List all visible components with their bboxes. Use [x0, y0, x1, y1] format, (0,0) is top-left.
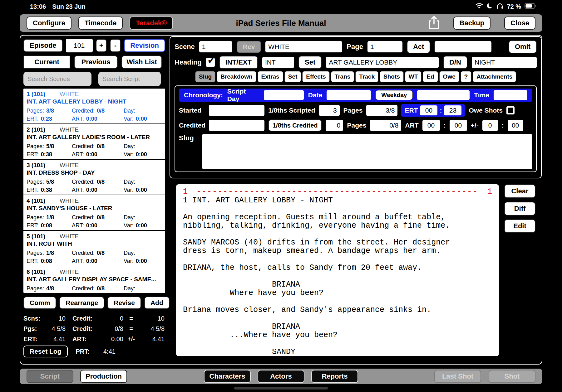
scene-list-item[interactable]: 4 (101) WHITE INT. SANDY'S HOUSE - LATER…: [23, 195, 165, 231]
status-bar: 13:06 Sun 23 Jun 72 %: [0, 0, 562, 12]
revise-button[interactable]: Revise: [107, 297, 141, 309]
last-shot-button[interactable]: Last Shot: [434, 370, 481, 383]
tab-effects[interactable]: Effects: [302, 71, 329, 82]
set-input[interactable]: [326, 57, 439, 68]
tab-slug[interactable]: Slug: [195, 71, 215, 82]
art-minutes-input[interactable]: [450, 120, 467, 131]
act-input[interactable]: [435, 41, 491, 52]
scene-slugline: INT. ART GALLERY LOBBY - NIGHT: [27, 98, 162, 107]
tab-trans[interactable]: Trans: [331, 71, 354, 82]
time-input[interactable]: [494, 90, 527, 100]
tab-attachments[interactable]: Attachments: [473, 71, 516, 82]
scene-list: 1 (101) WHITE INT. ART GALLERY LOBBY - N…: [23, 89, 165, 293]
eighths-scripted-input[interactable]: [319, 105, 340, 116]
variance-hours-input[interactable]: [482, 120, 498, 131]
close-button[interactable]: Close: [504, 17, 535, 30]
search-script-input[interactable]: [98, 72, 161, 86]
credited-input[interactable]: [209, 120, 264, 131]
ert-minutes-input[interactable]: [444, 105, 461, 115]
tab-track[interactable]: Track: [355, 71, 378, 82]
started-input[interactable]: [209, 105, 264, 116]
scene-list-item[interactable]: 6 (101) WHITE INT. ART GALLERY DISPLAY S…: [23, 266, 165, 293]
eighths-credited-input[interactable]: [326, 120, 343, 131]
int-ext-button[interactable]: INT/EXT: [219, 56, 258, 69]
scene-list-item[interactable]: 1 (101) WHITE INT. ART GALLERY LOBBY - N…: [23, 89, 165, 124]
page-number-input[interactable]: [367, 41, 402, 52]
characters-nav-button[interactable]: Characters: [204, 370, 251, 383]
heading-checkbox[interactable]: ✓: [206, 58, 215, 67]
add-button[interactable]: Add: [144, 297, 170, 309]
edit-button[interactable]: Edit: [504, 219, 535, 233]
revision-color-input[interactable]: [265, 41, 342, 52]
reset-log-button[interactable]: Reset Log: [23, 346, 68, 357]
episode-number-input[interactable]: [66, 39, 93, 52]
clear-button[interactable]: Clear: [504, 184, 535, 198]
episode-plus-button[interactable]: +: [96, 39, 107, 52]
bottom-toolbar: Script Production Characters Actors Repo…: [20, 369, 542, 384]
art-label: ART: [405, 122, 418, 129]
scene-list-item[interactable]: 2 (101) WHITE INT. ART GALLERY LADIE'S R…: [23, 124, 165, 160]
tab-wt[interactable]: WT: [405, 71, 422, 82]
script-nav-button[interactable]: Script: [27, 370, 73, 383]
actors-nav-button[interactable]: Actors: [258, 370, 304, 383]
tab-current[interactable]: Current: [23, 56, 70, 69]
art-hours-input[interactable]: [422, 120, 440, 131]
set-button[interactable]: Set: [298, 56, 322, 69]
slug-textarea[interactable]: [202, 134, 532, 169]
moon-icon: [487, 3, 493, 11]
script-day-input[interactable]: [264, 90, 304, 100]
started-label: Started: [179, 107, 205, 114]
shot-button[interactable]: Shot: [489, 370, 535, 383]
scene-revision-color: WHITE: [60, 91, 79, 98]
share-icon[interactable]: [428, 16, 440, 31]
omit-button[interactable]: Omit: [509, 40, 537, 53]
day-night-input[interactable]: [472, 57, 537, 68]
tab-question[interactable]: ?: [461, 71, 472, 82]
production-nav-button[interactable]: Production: [80, 370, 127, 383]
page-label: Page: [347, 43, 363, 51]
pages-scripted-label: Pages: [343, 107, 363, 114]
tab-shots[interactable]: Shots: [380, 71, 404, 82]
episode-button[interactable]: Episode: [23, 39, 63, 52]
rev-button[interactable]: Rev: [237, 41, 261, 53]
tab-ed[interactable]: Ed: [423, 71, 438, 82]
int-ext-input[interactable]: [262, 57, 294, 68]
revision-button[interactable]: Revision: [124, 39, 165, 52]
scene-number: 4 (101): [27, 197, 60, 204]
scene-list-item[interactable]: 3 (101) WHITE INT. DRESS SHOP - DAY Page…: [23, 160, 165, 195]
timecode-button[interactable]: Timecode: [78, 17, 123, 30]
tab-wish-list[interactable]: Wish List: [121, 56, 162, 69]
search-scenes-input[interactable]: [23, 72, 91, 86]
owe-shots-checkbox[interactable]: [506, 106, 515, 114]
home-indicator[interactable]: [234, 387, 328, 390]
tab-extras[interactable]: Extras: [258, 71, 283, 82]
backup-button[interactable]: Backup: [453, 17, 491, 30]
variance-minutes-input[interactable]: [508, 120, 523, 131]
totals-row-scenes: Scns: 10 Credit: 0 = 10: [23, 313, 165, 324]
pages-scripted-input[interactable]: [366, 105, 397, 116]
tab-previous[interactable]: Previous: [74, 56, 118, 69]
scene-number-input[interactable]: [199, 41, 232, 52]
script-page-view: 1 --------------------------------------…: [176, 184, 499, 356]
reports-nav-button[interactable]: Reports: [311, 370, 358, 383]
tab-set[interactable]: Set: [284, 71, 301, 82]
teradek-button[interactable]: Teradek®: [130, 17, 173, 30]
main-content: Episode + - Revision Current Previous Wi…: [20, 35, 542, 365]
eighths-credited-button[interactable]: 1/8ths Credited: [268, 119, 322, 131]
pages-credited-input[interactable]: [370, 120, 401, 131]
date-input[interactable]: [327, 90, 371, 100]
tab-breakdown[interactable]: Breakdown: [217, 71, 256, 82]
episode-minus-button[interactable]: -: [110, 39, 121, 52]
scene-navigator-panel: Episode + - Revision Current Previous Wi…: [23, 39, 165, 357]
tab-owe[interactable]: Owe: [439, 71, 459, 82]
scene-list-item[interactable]: 5 (101) WHITE INT. RCUT WITH Pages:1/8 C…: [23, 231, 165, 266]
configure-button[interactable]: Configure: [27, 17, 71, 30]
weekday-input[interactable]: [417, 90, 470, 100]
diff-button[interactable]: Diff: [504, 202, 535, 215]
rearrange-button[interactable]: Rearrange: [59, 297, 104, 309]
day-night-button[interactable]: D/N: [443, 56, 467, 69]
ert-hours-input[interactable]: [420, 105, 437, 115]
act-button[interactable]: Act: [407, 40, 430, 53]
comm-button[interactable]: Comm: [23, 297, 56, 309]
weekday-button[interactable]: Weekday: [375, 90, 413, 100]
